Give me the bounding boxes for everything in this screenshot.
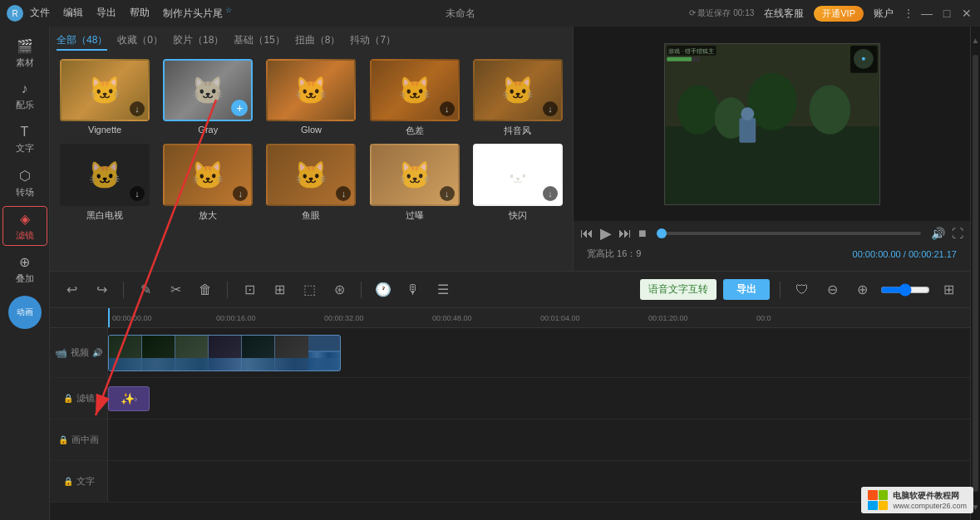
sidebar-item-zhuanchang[interactable]: ⬡ 转场 <box>2 163 47 203</box>
play-button[interactable]: ▶ <box>600 224 612 243</box>
minimize-button[interactable]: — <box>920 7 933 20</box>
speech-text-button[interactable]: 语音文字互转 <box>640 279 717 300</box>
pip-track-row: 🔒 画中画 <box>50 419 970 461</box>
sidebar-item-donghua[interactable]: 动画 <box>8 296 42 329</box>
delete-button[interactable]: 🗑 <box>194 278 217 302</box>
effect-fisheye[interactable]: ↓ 鱼眼 <box>263 144 359 222</box>
menu-credits[interactable]: 制作片头片尾 ☆ <box>163 6 232 21</box>
tab-film[interactable]: 胶片（18） <box>173 33 224 51</box>
crop-button[interactable]: ⊡ <box>238 278 261 302</box>
undo-button[interactable]: ↩ <box>60 278 83 302</box>
sidebar-item-lüjing[interactable]: ◈ 滤镜 <box>2 206 47 246</box>
grid-button[interactable]: ⊞ <box>268 278 291 302</box>
step-forward-button[interactable]: ⏭ <box>618 226 632 241</box>
aspect-ratio: 宽高比 16：9 <box>587 248 641 260</box>
timeline-area: 00:00:00.00 00:00:16.00 00:00:32.00 00:0… <box>50 308 970 520</box>
sidebar-item-diexia[interactable]: ⊕ 叠加 <box>2 249 47 289</box>
online-service[interactable]: 在线客服 <box>764 7 804 21</box>
sidebar-item-wenzi[interactable]: T 文字 <box>2 120 47 159</box>
zoom-slider[interactable] <box>880 283 930 297</box>
maximize-button[interactable]: □ <box>940 7 953 20</box>
sidebar-item-sucai[interactable]: 🎬 素材 <box>2 33 47 73</box>
menu-file[interactable]: 文件 <box>30 6 50 21</box>
zoom-fit-button[interactable]: ⊞ <box>937 278 960 302</box>
volume-icon[interactable]: 🔊 <box>931 227 945 240</box>
progress-bar[interactable] <box>657 232 921 235</box>
clock-button[interactable]: 🕐 <box>372 278 395 302</box>
chevron-icon: › <box>135 395 137 404</box>
account-button[interactable]: 账户 <box>874 7 894 21</box>
filter-track-content[interactable]: ✨ › <box>108 378 970 419</box>
effect-gray[interactable]: + Gray <box>160 59 256 137</box>
progress-dot[interactable] <box>657 228 667 238</box>
timeline-ruler: 00:00:00.00 00:00:16.00 00:00:32.00 00:0… <box>50 308 970 328</box>
shield-button[interactable]: 🛡 <box>790 278 814 302</box>
mic-button[interactable]: 🎙 <box>401 278 425 302</box>
tab-basic[interactable]: 基础（15） <box>234 33 284 51</box>
effects-panel: 全部（48） 收藏（0） 胶片（18） 基础（15） 扭曲（8） 抖动（7） ↓… <box>50 27 574 271</box>
stop-button[interactable]: ■ <box>638 226 647 241</box>
sidebar-label-diexia: 叠加 <box>16 272 34 285</box>
vip-button[interactable]: 开通VIP <box>814 6 864 22</box>
pen-button[interactable]: ✎ <box>134 278 157 302</box>
cut-button[interactable]: ✂ <box>164 278 187 302</box>
download-badge: ↓ <box>130 101 145 116</box>
effect-flash[interactable]: ↓ 快闪 <box>470 144 566 222</box>
tab-all[interactable]: 全部（48） <box>57 33 107 51</box>
tab-tiktok[interactable]: 抖动（7） <box>350 33 396 51</box>
effect-douyinwind[interactable]: ↓ 抖音风 <box>470 59 566 137</box>
video-frame-inner: 游戏 · 猎手猎狐主 <box>665 44 879 204</box>
text-track-label: 🔒 文字 <box>50 461 108 502</box>
list-button[interactable]: ☰ <box>431 278 455 302</box>
filter-clip[interactable]: ✨ › <box>108 386 150 411</box>
menu-more[interactable]: ⋮ <box>904 7 914 19</box>
divider-1 <box>123 282 124 298</box>
menu-export[interactable]: 导出 <box>96 6 116 21</box>
fullscreen-icon[interactable]: ⛶ <box>952 227 963 240</box>
text-track-content[interactable] <box>108 461 970 502</box>
playhead[interactable] <box>108 308 110 327</box>
video-track-row: 📹 视频 🔊 游戏讲解（I视频，无水印）_副本.mp4 <box>50 328 970 378</box>
menu-help[interactable]: 帮助 <box>130 6 150 21</box>
effect-label: 鱼眼 <box>302 209 320 222</box>
menu-edit[interactable]: 编辑 <box>63 6 83 21</box>
export-button[interactable]: 导出 <box>723 279 770 300</box>
effect-overexpose[interactable]: ↓ 过曝 <box>367 144 463 222</box>
minus-button[interactable]: ⊖ <box>820 278 844 302</box>
rotate-button[interactable]: ⊛ <box>327 278 351 302</box>
redo-button[interactable]: ↪ <box>90 278 113 302</box>
svg-point-14 <box>861 56 864 60</box>
main-layout: 🎬 素材 ♪ 配乐 T 文字 ⬡ 转场 ◈ 滤镜 ⊕ 叠加 动画 <box>0 27 980 520</box>
watermark-title: 电脑软硬件教程网 <box>893 490 967 502</box>
music-icon: ♪ <box>22 81 28 96</box>
plus-button[interactable]: ⊕ <box>850 278 874 302</box>
close-button[interactable]: ✕ <box>960 7 973 20</box>
effect-cadiff[interactable]: ↓ 色差 <box>367 59 463 137</box>
step-back-button[interactable]: ⏮ <box>580 226 593 241</box>
pip-track-content[interactable] <box>108 419 970 460</box>
tab-collect[interactable]: 收藏（0） <box>117 33 163 51</box>
video-track-label: 📹 视频 🔊 <box>50 328 108 377</box>
filter-track-label: 🔒 滤镜 <box>50 378 108 419</box>
video-clip[interactable]: 游戏讲解（I视频，无水印）_副本.mp4 <box>108 335 341 371</box>
preview-panel: 游戏 · 猎手猎狐主 <box>574 27 970 271</box>
sidebar-item-peiyin[interactable]: ♪ 配乐 <box>2 76 47 116</box>
effect-vignette[interactable]: ↓ Vignette <box>57 59 153 137</box>
frame-button[interactable]: ⬚ <box>298 278 321 302</box>
video-track-content[interactable]: 游戏讲解（I视频，无水印）_副本.mp4 <box>108 328 970 377</box>
preview-bottom: 宽高比 16：9 00:00:00.00 / 00:00:21.17 <box>580 246 963 262</box>
filter-track-row: 🔒 滤镜 ✨ › <box>50 378 970 419</box>
tab-twist[interactable]: 扭曲（8） <box>295 33 341 51</box>
effect-glow[interactable]: Glow <box>263 59 359 137</box>
scrollbar: ▲ ▼ <box>970 27 980 520</box>
watermark-url: www.computer26.com <box>893 502 967 510</box>
svg-point-5 <box>809 85 849 134</box>
waveform <box>109 358 340 370</box>
effect-blacktv[interactable]: ↓ 黑白电视 <box>57 144 153 222</box>
lock-icon-filter: 🔒 <box>63 394 73 403</box>
timeline-tracks: 📹 视频 🔊 游戏讲解（I视频，无水印）_副本.mp4 <box>50 328 970 520</box>
scroll-thumb[interactable] <box>973 55 978 492</box>
effects-grid: ↓ Vignette + Gray Glow ↓ 色差 <box>57 59 566 222</box>
effect-zoom[interactable]: ↓ 放大 <box>160 144 256 222</box>
material-icon: 🎬 <box>17 38 33 54</box>
